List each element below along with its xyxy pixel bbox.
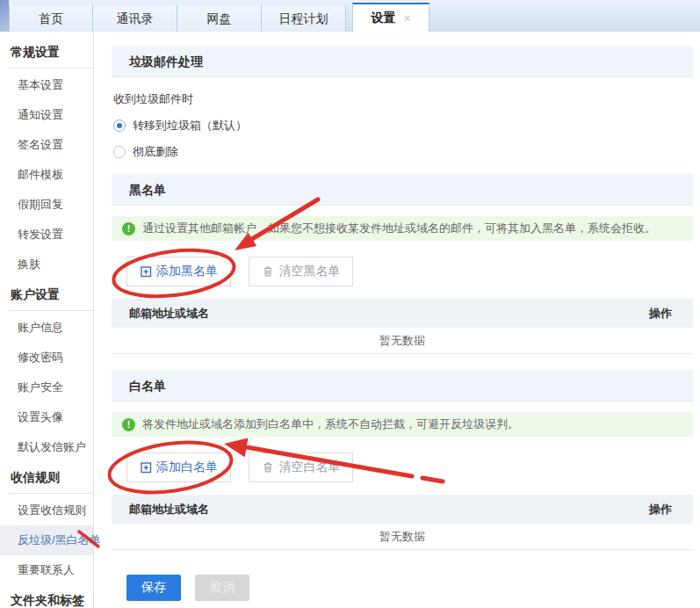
blacklist-button-row: 添加黑名单 清空黑名单	[112, 257, 693, 286]
blacklist-info-bar: ! 通过设置其他邮箱帐户，如果您不想接收某发件地址或域名的邮件，可将其加入黑名单…	[112, 216, 693, 241]
whitelist-empty-row: 暂无数据	[112, 524, 693, 550]
add-blacklist-label: 添加黑名单	[156, 264, 218, 279]
section-title-whitelist: 白名单	[112, 370, 693, 402]
blacklist-empty-row: 暂无数据	[112, 328, 693, 354]
sidebar-item-set-avatar[interactable]: 设置头像	[0, 402, 93, 432]
sidebar-item-vacation-reply[interactable]: 假期回复	[0, 190, 93, 220]
divider	[9, 68, 93, 69]
clear-whitelist-label: 清空白名单	[278, 460, 340, 475]
clear-whitelist-button[interactable]: 清空白名单	[249, 452, 353, 482]
sidebar-item-default-sender[interactable]: 默认发信账户	[0, 432, 93, 462]
divider	[9, 310, 93, 311]
whitelist-info-text: 将发件地址或域名添加到白名单中，系统不自动拦截，可避开反垃圾误判。	[142, 416, 519, 432]
sidebar-item-skin[interactable]: 换肤	[0, 250, 93, 279]
blacklist-table-header: 邮箱地址或域名 操作	[112, 299, 693, 328]
section-title-blacklist: 黑名单	[112, 174, 693, 206]
sidebar-item-forwarding-settings[interactable]: 转发设置	[0, 220, 93, 250]
tab-netdisk[interactable]: 网盘	[177, 5, 262, 32]
blacklist-info-text: 通过设置其他邮箱帐户，如果您不想接收某发件地址或域名的邮件，可将其加入黑名单，系…	[142, 221, 656, 236]
sidebar-item-antispam-blackwhite-list[interactable]: 反垃圾/黑白名单	[0, 525, 93, 555]
radio-label: 彻底删除	[133, 144, 178, 160]
add-icon	[140, 461, 152, 474]
section-title-spam-handling: 垃圾邮件处理	[112, 46, 693, 77]
sidebar-item-account-security[interactable]: 账户安全	[0, 373, 93, 402]
info-icon: !	[122, 418, 135, 431]
whitelist-button-row: 添加白名单 清空白名单	[112, 452, 693, 482]
blacklist-table: 邮箱地址或域名 操作 暂无数据	[112, 299, 693, 354]
sidebar-header-general-settings[interactable]: 常规设置	[0, 37, 93, 68]
info-icon: !	[122, 222, 135, 235]
settings-main-panel: 垃圾邮件处理 收到垃圾邮件时 转移到垃圾箱（默认） 彻底删除 黑名单 ! 通过设…	[94, 32, 700, 608]
radio-option-move-to-junk[interactable]: 转移到垃圾箱（默认）	[112, 118, 693, 134]
add-whitelist-button[interactable]: 添加白名单	[126, 452, 231, 482]
sidebar-item-account-info[interactable]: 账户信息	[0, 313, 93, 343]
divider	[9, 493, 93, 494]
column-address: 邮箱地址或域名	[112, 306, 649, 322]
tab-settings[interactable]: 设置 ×	[352, 3, 429, 32]
radio-selected-icon[interactable]	[113, 119, 126, 132]
trash-icon	[262, 461, 274, 474]
column-action: 操作	[649, 306, 693, 322]
sidebar-item-notification-settings[interactable]: 通知设置	[0, 100, 93, 130]
column-action: 操作	[649, 502, 693, 518]
tab-contacts[interactable]: 通讯录	[93, 5, 177, 32]
sidebar-item-receive-rules[interactable]: 设置收信规则	[0, 496, 93, 525]
sidebar-header-account-settings[interactable]: 账户设置	[0, 279, 93, 310]
tabbar-left-strip	[0, 0, 9, 32]
save-button[interactable]: 保存	[126, 575, 181, 601]
spam-prompt: 收到垃圾邮件时	[112, 91, 693, 107]
radio-unselected-icon[interactable]	[113, 146, 126, 158]
close-icon[interactable]: ×	[403, 11, 410, 25]
sidebar-item-basic-settings[interactable]: 基本设置	[0, 70, 93, 100]
sidebar-item-label: 反垃圾/黑白名单	[18, 533, 101, 546]
sidebar-item-mail-template[interactable]: 邮件模板	[0, 160, 93, 190]
sidebar-item-important-contacts[interactable]: 重要联系人	[0, 555, 93, 585]
radio-label: 转移到垃圾箱（默认）	[133, 118, 247, 134]
settings-sidebar: 常规设置 基本设置 通知设置 签名设置 邮件模板 假期回复 转发设置 换肤 账户…	[0, 32, 94, 608]
sidebar-item-signature-settings[interactable]: 签名设置	[0, 130, 93, 160]
trash-icon	[262, 265, 274, 278]
sidebar-header-receiving-rules[interactable]: 收信规则	[0, 462, 93, 493]
cancel-button[interactable]: 取消	[195, 575, 249, 601]
tab-schedule[interactable]: 日程计划	[262, 5, 346, 32]
tab-bar: 首页 通讯录 网盘 日程计划 设置 ×	[0, 0, 700, 32]
whitelist-table: 邮箱地址或域名 操作 暂无数据	[112, 495, 693, 550]
tab-settings-label: 设置	[371, 11, 395, 26]
sidebar-item-change-password[interactable]: 修改密码	[0, 343, 93, 373]
add-blacklist-button[interactable]: 添加黑名单	[126, 257, 231, 286]
clear-blacklist-label: 清空黑名单	[278, 264, 340, 279]
clear-blacklist-button[interactable]: 清空黑名单	[249, 257, 353, 286]
add-icon	[140, 265, 152, 278]
add-whitelist-label: 添加白名单	[156, 460, 218, 475]
sidebar-header-folders-and-tags[interactable]: 文件夹和标签	[0, 585, 93, 608]
radio-option-delete-completely[interactable]: 彻底删除	[112, 144, 693, 160]
whitelist-info-bar: ! 将发件地址或域名添加到白名单中，系统不自动拦截，可避开反垃圾误判。	[112, 412, 693, 437]
column-address: 邮箱地址或域名	[112, 502, 649, 518]
footer-actions: 保存 取消	[112, 575, 693, 601]
tab-home[interactable]: 首页	[9, 5, 93, 32]
whitelist-table-header: 邮箱地址或域名 操作	[112, 495, 693, 524]
